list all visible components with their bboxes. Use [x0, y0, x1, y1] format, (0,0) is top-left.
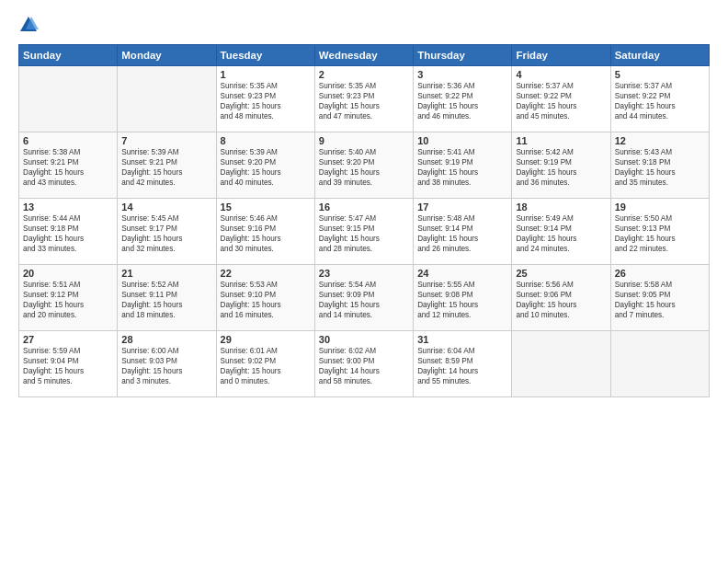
day-cell: [118, 66, 216, 132]
day-number: 4: [516, 69, 606, 80]
page: SundayMondayTuesdayWednesdayThursdayFrid…: [0, 0, 728, 563]
header-cell-wednesday: Wednesday: [314, 45, 413, 66]
week-row-2: 13Sunrise: 5:44 AMSunset: 9:18 PMDayligh…: [19, 199, 710, 265]
day-cell: 16Sunrise: 5:47 AMSunset: 9:15 PMDayligh…: [314, 199, 413, 265]
header-cell-saturday: Saturday: [610, 45, 709, 66]
day-number: 8: [221, 135, 311, 146]
day-number: 15: [221, 201, 311, 213]
day-info: Sunrise: 5:37 AMSunset: 9:22 PMDaylight:…: [615, 81, 705, 121]
day-info: Sunrise: 5:40 AMSunset: 9:20 PMDaylight:…: [319, 147, 409, 188]
calendar-header: SundayMondayTuesdayWednesdayThursdayFrid…: [19, 45, 710, 66]
day-cell: 3Sunrise: 5:36 AMSunset: 9:22 PMDaylight…: [414, 66, 512, 132]
day-cell: 9Sunrise: 5:40 AMSunset: 9:20 PMDaylight…: [314, 132, 413, 199]
header: [18, 15, 710, 35]
day-number: 24: [417, 268, 507, 279]
day-number: 28: [121, 334, 211, 345]
day-info: Sunrise: 5:42 AMSunset: 9:19 PMDaylight:…: [516, 147, 606, 188]
day-info: Sunrise: 5:39 AMSunset: 9:21 PMDaylight:…: [121, 147, 211, 188]
day-info: Sunrise: 5:49 AMSunset: 9:14 PMDaylight:…: [516, 213, 606, 254]
day-number: 2: [319, 69, 409, 80]
week-row-3: 20Sunrise: 5:51 AMSunset: 9:12 PMDayligh…: [19, 265, 710, 331]
day-number: 23: [319, 268, 409, 279]
logo-icon: [18, 15, 39, 35]
header-row: SundayMondayTuesdayWednesdayThursdayFrid…: [19, 45, 710, 66]
day-cell: 20Sunrise: 5:51 AMSunset: 9:12 PMDayligh…: [19, 265, 118, 331]
day-cell: 25Sunrise: 5:56 AMSunset: 9:06 PMDayligh…: [512, 265, 610, 331]
day-info: Sunrise: 5:56 AMSunset: 9:06 PMDaylight:…: [516, 280, 606, 320]
day-number: 19: [615, 201, 705, 213]
day-number: 6: [23, 135, 113, 146]
day-info: Sunrise: 5:35 AMSunset: 9:23 PMDaylight:…: [221, 81, 311, 121]
day-cell: 2Sunrise: 5:35 AMSunset: 9:23 PMDaylight…: [314, 66, 413, 132]
day-number: 25: [516, 268, 606, 279]
week-row-0: 1Sunrise: 5:35 AMSunset: 9:23 PMDaylight…: [19, 66, 710, 132]
day-info: Sunrise: 5:52 AMSunset: 9:11 PMDaylight:…: [121, 280, 211, 320]
day-cell: 21Sunrise: 5:52 AMSunset: 9:11 PMDayligh…: [118, 265, 216, 331]
day-cell: 30Sunrise: 6:02 AMSunset: 9:00 PMDayligh…: [314, 331, 413, 397]
day-cell: 28Sunrise: 6:00 AMSunset: 9:03 PMDayligh…: [118, 331, 216, 397]
day-info: Sunrise: 5:41 AMSunset: 9:19 PMDaylight:…: [417, 147, 507, 188]
day-number: 31: [417, 334, 507, 345]
day-cell: 8Sunrise: 5:39 AMSunset: 9:20 PMDaylight…: [216, 132, 314, 199]
day-cell: 29Sunrise: 6:01 AMSunset: 9:02 PMDayligh…: [216, 331, 314, 397]
day-number: 18: [516, 201, 606, 213]
day-number: 14: [121, 201, 211, 213]
day-number: 13: [23, 201, 113, 213]
day-cell: 22Sunrise: 5:53 AMSunset: 9:10 PMDayligh…: [216, 265, 314, 331]
day-number: 3: [417, 69, 507, 80]
day-info: Sunrise: 5:55 AMSunset: 9:08 PMDaylight:…: [417, 280, 507, 320]
day-cell: 4Sunrise: 5:37 AMSunset: 9:22 PMDaylight…: [512, 66, 610, 132]
day-number: 27: [23, 334, 113, 345]
day-cell: 13Sunrise: 5:44 AMSunset: 9:18 PMDayligh…: [19, 199, 118, 265]
day-number: 29: [221, 334, 311, 345]
day-info: Sunrise: 6:04 AMSunset: 8:59 PMDaylight:…: [417, 346, 507, 386]
day-info: Sunrise: 6:00 AMSunset: 9:03 PMDaylight:…: [121, 346, 211, 386]
day-cell: 1Sunrise: 5:35 AMSunset: 9:23 PMDaylight…: [216, 66, 314, 132]
day-cell: 14Sunrise: 5:45 AMSunset: 9:17 PMDayligh…: [118, 199, 216, 265]
day-info: Sunrise: 5:53 AMSunset: 9:10 PMDaylight:…: [221, 280, 311, 320]
day-info: Sunrise: 5:39 AMSunset: 9:20 PMDaylight:…: [221, 147, 311, 188]
day-info: Sunrise: 5:46 AMSunset: 9:16 PMDaylight:…: [221, 213, 311, 254]
day-number: 10: [417, 135, 507, 146]
day-cell: 17Sunrise: 5:48 AMSunset: 9:14 PMDayligh…: [414, 199, 512, 265]
day-cell: 31Sunrise: 6:04 AMSunset: 8:59 PMDayligh…: [414, 331, 512, 397]
day-info: Sunrise: 5:35 AMSunset: 9:23 PMDaylight:…: [319, 81, 409, 121]
day-cell: 7Sunrise: 5:39 AMSunset: 9:21 PMDaylight…: [118, 132, 216, 199]
day-cell: 19Sunrise: 5:50 AMSunset: 9:13 PMDayligh…: [610, 199, 709, 265]
day-number: 16: [319, 201, 409, 213]
day-cell: 11Sunrise: 5:42 AMSunset: 9:19 PMDayligh…: [512, 132, 610, 199]
day-cell: [19, 66, 118, 132]
day-cell: [610, 331, 709, 397]
day-cell: 5Sunrise: 5:37 AMSunset: 9:22 PMDaylight…: [610, 66, 709, 132]
header-cell-sunday: Sunday: [19, 45, 118, 66]
day-info: Sunrise: 5:51 AMSunset: 9:12 PMDaylight:…: [23, 280, 113, 320]
day-info: Sunrise: 6:01 AMSunset: 9:02 PMDaylight:…: [221, 346, 311, 386]
day-number: 12: [615, 135, 705, 146]
day-cell: [512, 331, 610, 397]
day-cell: 10Sunrise: 5:41 AMSunset: 9:19 PMDayligh…: [414, 132, 512, 199]
day-cell: 6Sunrise: 5:38 AMSunset: 9:21 PMDaylight…: [19, 132, 118, 199]
day-cell: 26Sunrise: 5:58 AMSunset: 9:05 PMDayligh…: [610, 265, 709, 331]
day-info: Sunrise: 5:48 AMSunset: 9:14 PMDaylight:…: [417, 213, 507, 254]
day-cell: 18Sunrise: 5:49 AMSunset: 9:14 PMDayligh…: [512, 199, 610, 265]
day-number: 20: [23, 268, 113, 279]
day-info: Sunrise: 5:58 AMSunset: 9:05 PMDaylight:…: [615, 280, 705, 320]
day-number: 30: [319, 334, 409, 345]
header-cell-tuesday: Tuesday: [216, 45, 314, 66]
day-number: 11: [516, 135, 606, 146]
day-cell: 27Sunrise: 5:59 AMSunset: 9:04 PMDayligh…: [19, 331, 118, 397]
day-number: 9: [319, 135, 409, 146]
day-info: Sunrise: 5:38 AMSunset: 9:21 PMDaylight:…: [23, 147, 113, 188]
day-number: 26: [615, 268, 705, 279]
day-info: Sunrise: 5:45 AMSunset: 9:17 PMDaylight:…: [121, 213, 211, 254]
calendar: SundayMondayTuesdayWednesdayThursdayFrid…: [18, 44, 710, 397]
day-cell: 24Sunrise: 5:55 AMSunset: 9:08 PMDayligh…: [414, 265, 512, 331]
day-info: Sunrise: 5:37 AMSunset: 9:22 PMDaylight:…: [516, 81, 606, 121]
day-cell: 15Sunrise: 5:46 AMSunset: 9:16 PMDayligh…: [216, 199, 314, 265]
header-cell-thursday: Thursday: [414, 45, 512, 66]
day-number: 1: [221, 69, 311, 80]
day-info: Sunrise: 5:43 AMSunset: 9:18 PMDaylight:…: [615, 147, 705, 188]
day-info: Sunrise: 5:54 AMSunset: 9:09 PMDaylight:…: [319, 280, 409, 320]
week-row-1: 6Sunrise: 5:38 AMSunset: 9:21 PMDaylight…: [19, 132, 710, 199]
day-cell: 23Sunrise: 5:54 AMSunset: 9:09 PMDayligh…: [314, 265, 413, 331]
